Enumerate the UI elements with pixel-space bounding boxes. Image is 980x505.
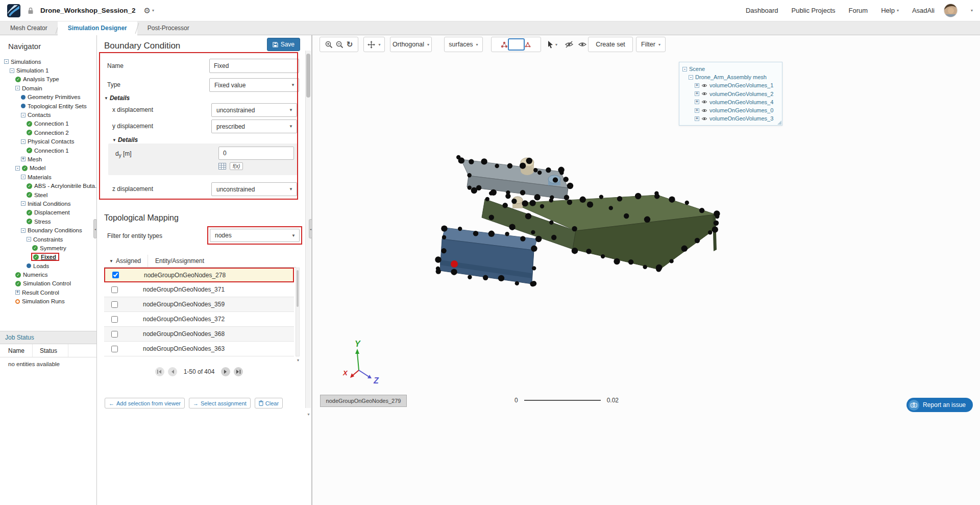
expand-icon[interactable]: + (695, 100, 699, 104)
reset-view-icon[interactable]: ↻ (347, 40, 353, 49)
assignment-row[interactable]: nodeGroupOnGeoNodes_368 (104, 327, 294, 342)
y-displacement-select[interactable]: prescribed▼ (211, 119, 297, 133)
assigned-column-header[interactable]: ▼Assigned (104, 255, 148, 267)
create-set-button[interactable]: Create set (588, 37, 633, 52)
model-canvas[interactable]: Y X Z (312, 35, 980, 505)
tab-mesh-creator[interactable]: Mesh Creator (0, 21, 58, 35)
navigator-item-model[interactable]: -✓Model (0, 164, 96, 173)
collapse-icon[interactable]: - (15, 166, 20, 171)
scene-tree-mesh[interactable]: -Drone_Arm_Assembly mesh (682, 73, 779, 81)
nav-public-projects[interactable]: Public Projects (792, 7, 836, 14)
navigator-item-materials[interactable]: -Materials (0, 173, 96, 181)
sidebar-resize-handle[interactable]: ◂ (93, 219, 97, 238)
app-logo-icon[interactable] (7, 4, 20, 17)
report-issue-button[interactable]: Report an issue (906, 398, 973, 412)
resize-grip-icon[interactable] (777, 121, 781, 125)
navigator-item-result-control[interactable]: +Result Control (0, 288, 96, 297)
clear-button[interactable]: Clear (255, 398, 283, 408)
collapse-icon[interactable]: - (21, 113, 26, 117)
select-tool-button[interactable]: ▾ (547, 37, 557, 52)
navigator-item-boundary-conditions[interactable]: -Boundary Conditions (0, 226, 96, 234)
collapse-icon[interactable]: - (27, 237, 31, 242)
hide-selection-button[interactable] (565, 37, 574, 52)
table-scrollbar[interactable]: ▼ (296, 268, 300, 356)
collapse-icon[interactable]: - (682, 67, 687, 71)
collapse-icon[interactable]: - (21, 175, 26, 179)
navigator-item-contacts[interactable]: -Contacts (0, 110, 96, 119)
avatar[interactable] (944, 4, 958, 17)
assignment-checkbox[interactable] (111, 301, 118, 308)
eye-icon[interactable] (701, 116, 707, 121)
navigator-item-steel[interactable]: ✓Steel (0, 190, 96, 199)
dy-input[interactable] (218, 147, 294, 160)
assignment-row[interactable]: nodeGroupOnGeoNodes_359 (104, 297, 294, 312)
eye-icon[interactable] (701, 100, 707, 104)
collapse-icon[interactable]: - (21, 228, 26, 233)
assignment-row[interactable]: nodeGroupOnGeoNodes_371 (104, 282, 294, 297)
expand-icon[interactable]: + (695, 108, 699, 113)
navigator-item-physical-contacts[interactable]: -Physical Contacts (0, 137, 96, 146)
navigator-item-simulation-runs[interactable]: Simulation Runs (0, 297, 96, 306)
navigator-item-symmetry[interactable]: ✓Symmetry (0, 244, 96, 252)
navigator-item-connection-1[interactable]: ✓Connection 1 (0, 146, 96, 155)
expand-icon[interactable]: + (695, 116, 699, 121)
zoom-in-icon[interactable] (325, 41, 333, 49)
nav-forum[interactable]: Forum (849, 7, 868, 14)
navigator-item-fixed[interactable]: ✓Fixed (0, 253, 96, 261)
zoom-out-icon[interactable] (336, 41, 344, 49)
scene-tree-volume[interactable]: +volumeOnGeoVolumes_2 (682, 90, 779, 98)
viewport-3d[interactable]: Y X Z ↻ ▾ Orthogonal▾ surfaces▾ (312, 35, 980, 505)
scene-tree-volume[interactable]: +volumeOnGeoVolumes_4 (682, 98, 779, 106)
collapse-icon[interactable]: - (689, 75, 693, 80)
eye-icon[interactable] (701, 108, 707, 113)
assignment-row[interactable]: nodeGroupOnGeoNodes_278 (104, 268, 294, 282)
navigator-item-analysis-type[interactable]: ✓Analysis Type (0, 75, 96, 84)
collapse-icon[interactable]: - (21, 201, 26, 206)
scene-tree-volume[interactable]: +volumeOnGeoVolumes_3 (682, 114, 779, 123)
collapse-icon[interactable]: - (21, 139, 26, 144)
expand-icon[interactable]: + (695, 91, 699, 96)
navigator-item-numerics[interactable]: ✓Numerics (0, 270, 96, 279)
nav-username[interactable]: AsadAli (912, 7, 935, 14)
nav-dashboard[interactable]: Dashboard (746, 7, 778, 14)
expand-icon[interactable]: + (695, 83, 699, 88)
formula-button[interactable]: f(x) (230, 162, 243, 170)
navigator-item-simulations[interactable]: -Simulations (0, 57, 96, 66)
assignment-checkbox[interactable] (112, 272, 119, 278)
collapse-icon[interactable]: - (4, 59, 9, 64)
next-page-button[interactable] (221, 367, 230, 376)
first-page-button[interactable] (155, 367, 164, 376)
navigator-item-displacement[interactable]: ✓Displacement (0, 208, 96, 217)
navigator-item-simulation-control[interactable]: ✓Simulation Control (0, 279, 96, 288)
scene-tree-root[interactable]: -Scene (682, 65, 779, 73)
navigator-item-connection-1[interactable]: ✓Connection 1 (0, 119, 96, 128)
navigator-item-connection-2[interactable]: ✓Connection 2 (0, 128, 96, 137)
x-displacement-select[interactable]: unconstrained▼ (211, 103, 297, 117)
eye-icon[interactable] (701, 83, 707, 88)
navigator-item-initial-conditions[interactable]: -Initial Conditions (0, 199, 96, 208)
inner-details-toggle[interactable]: ▼Details (112, 136, 138, 143)
navigator-item-mesh[interactable]: +Mesh (0, 155, 96, 163)
last-page-button[interactable] (234, 367, 243, 376)
navigator-item-domain[interactable]: -Domain (0, 84, 96, 92)
table-input-icon[interactable] (218, 163, 226, 170)
selected-node-marker[interactable] (451, 260, 458, 268)
assignment-row[interactable]: nodeGroupOnGeoNodes_363 (104, 342, 294, 356)
navigator-item-stress[interactable]: ✓Stress (0, 217, 96, 226)
collapse-icon[interactable]: - (10, 68, 14, 73)
assignment-checkbox[interactable] (111, 331, 118, 338)
prev-page-button[interactable] (168, 367, 177, 376)
select-assignment-button[interactable]: →Select assignment (189, 398, 251, 408)
entity-filter-select[interactable]: nodes▼ (210, 229, 300, 242)
assignment-row[interactable]: nodeGroupOnGeoNodes_372 (104, 312, 294, 327)
entity-filter-nodes-icon[interactable] (508, 38, 525, 51)
add-selection-button[interactable]: ←Add selection from viewer (105, 398, 185, 408)
scroll-down-icon[interactable]: ▼ (306, 413, 311, 416)
assignment-checkbox[interactable] (111, 316, 118, 323)
navigator-item-geometry-primitives[interactable]: Geometry Primitives (0, 93, 96, 102)
projection-select[interactable]: Orthogonal▾ (390, 37, 432, 52)
tab-simulation-designer[interactable]: Simulation Designer (58, 21, 137, 35)
panel-resize-handle[interactable]: ◂ (309, 219, 312, 238)
navigator-item-topological-entity-sets[interactable]: Topological Entity Sets (0, 102, 96, 110)
expand-icon[interactable]: + (21, 157, 26, 161)
